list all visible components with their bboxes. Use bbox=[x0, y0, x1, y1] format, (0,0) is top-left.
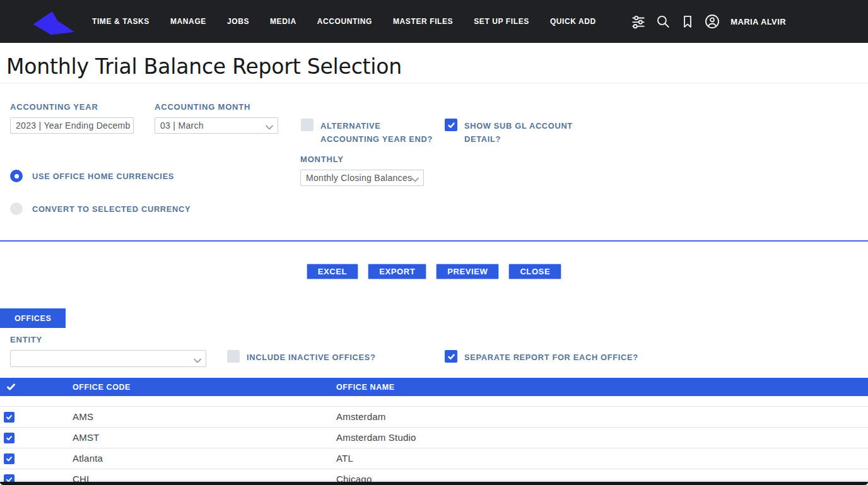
office-code-cell: Atlanta bbox=[73, 453, 103, 464]
sliders-icon[interactable] bbox=[631, 14, 646, 29]
separate-report-label[interactable]: SEPARATE REPORT FOR EACH OFFICE? bbox=[464, 350, 638, 364]
search-icon[interactable] bbox=[655, 14, 671, 29]
table-row[interactable]: CHI Chicago bbox=[0, 469, 868, 485]
convert-to-selected-currency-radio[interactable] bbox=[10, 202, 23, 215]
office-name-cell: Amsterdam bbox=[336, 411, 386, 422]
nav-item-time-tasks[interactable]: TIME & TASKS bbox=[92, 17, 150, 26]
nav-item-quick-add[interactable]: QUICK ADD bbox=[550, 17, 596, 26]
user-icon[interactable] bbox=[705, 14, 720, 29]
row-checkbox[interactable] bbox=[4, 474, 15, 485]
column-header-office-code[interactable]: OFFICE CODE bbox=[73, 383, 131, 392]
include-inactive-option: INCLUDE INACTIVE OFFICES? bbox=[227, 350, 375, 364]
page-title: Monthly Trial Balance Report Selection bbox=[6, 54, 402, 79]
row-checkbox[interactable] bbox=[4, 453, 15, 464]
table-row[interactable]: AMST Amsterdam Studio bbox=[0, 428, 868, 448]
excel-button[interactable]: EXCEL bbox=[307, 264, 358, 279]
nav-actions: MARIA ALVIR bbox=[631, 14, 786, 29]
monthly-label: MONTHLY bbox=[300, 155, 424, 164]
bookmark-icon[interactable] bbox=[680, 14, 695, 29]
monthly-field: MONTHLY Monthly Closing Balances bbox=[300, 155, 424, 186]
chevron-down-icon bbox=[411, 175, 419, 181]
accounting-year-value: 2023 | Year Ending Decemb bbox=[16, 120, 131, 131]
table-row[interactable]: AMS Amsterdam bbox=[0, 407, 868, 428]
select-all-checkbox[interactable] bbox=[6, 382, 16, 392]
include-inactive-checkbox[interactable] bbox=[227, 350, 240, 363]
separate-report-option: SEPARATE REPORT FOR EACH OFFICE? bbox=[445, 350, 638, 364]
office-name-cell: ATL bbox=[336, 453, 353, 464]
entity-select[interactable] bbox=[10, 350, 206, 367]
accounting-year-select[interactable]: 2023 | Year Ending Decemb bbox=[10, 117, 134, 134]
row-checkbox[interactable] bbox=[4, 412, 15, 423]
alternative-year-end-checkbox[interactable] bbox=[301, 119, 314, 131]
show-sub-gl-label[interactable]: SHOW SUB GL ACCOUNT DETAIL? bbox=[464, 119, 584, 146]
currency-radio-group: USE OFFICE HOME CURRENCIES CONVERT TO SE… bbox=[10, 169, 191, 216]
column-header-office-name[interactable]: OFFICE NAME bbox=[336, 383, 395, 392]
show-sub-gl-checkbox[interactable] bbox=[445, 119, 457, 131]
show-sub-gl-option: SHOW SUB GL ACCOUNT DETAIL? bbox=[445, 119, 584, 146]
office-name-cell: Chicago bbox=[336, 474, 372, 484]
alternative-year-end-label[interactable]: ALTERNATIVE ACCOUNTING YEAR END? bbox=[320, 119, 434, 146]
accounting-year-field: ACCOUNTING YEAR 2023 | Year Ending Decem… bbox=[10, 102, 134, 134]
convert-to-selected-currency-label: CONVERT TO SELECTED CURRENCY bbox=[32, 202, 191, 216]
tab-offices[interactable]: OFFICES bbox=[0, 308, 66, 328]
use-office-home-currencies-label: USE OFFICE HOME CURRENCIES bbox=[32, 169, 174, 183]
include-inactive-label[interactable]: INCLUDE INACTIVE OFFICES? bbox=[247, 350, 375, 364]
chevron-down-icon bbox=[194, 356, 201, 362]
nav-menu: TIME & TASKS MANAGE JOBS MEDIA ACCOUNTIN… bbox=[92, 17, 596, 26]
export-button[interactable]: EXPORT bbox=[368, 264, 426, 279]
section-divider bbox=[0, 240, 868, 242]
nav-item-accounting[interactable]: ACCOUNTING bbox=[317, 17, 372, 26]
accounting-month-value: 03 | March bbox=[160, 120, 204, 131]
accounting-year-label: ACCOUNTING YEAR bbox=[10, 102, 134, 112]
office-name-cell: Amsterdam Studio bbox=[336, 432, 416, 443]
entity-field: ENTITY bbox=[10, 335, 206, 367]
preview-button[interactable]: PREVIEW bbox=[436, 264, 499, 279]
entity-label: ENTITY bbox=[10, 335, 206, 344]
accounting-month-select[interactable]: 03 | March bbox=[155, 117, 278, 134]
table-row[interactable]: Atlanta ATL bbox=[0, 448, 868, 469]
title-divider bbox=[0, 83, 868, 83]
alternative-year-end-option: ALTERNATIVE ACCOUNTING YEAR END? bbox=[301, 119, 434, 146]
offices-table-body: AMS Amsterdam AMST Amsterdam Studio Atla… bbox=[0, 406, 868, 485]
action-button-row: EXCEL EXPORT PREVIEW CLOSE bbox=[0, 264, 868, 279]
nav-item-manage[interactable]: MANAGE bbox=[170, 17, 206, 26]
top-navbar: TIME & TASKS MANAGE JOBS MEDIA ACCOUNTIN… bbox=[0, 0, 868, 43]
row-checkbox[interactable] bbox=[4, 433, 15, 443]
office-code-cell: AMST bbox=[73, 432, 99, 443]
chevron-down-icon bbox=[266, 122, 273, 129]
nav-item-media[interactable]: MEDIA bbox=[270, 17, 296, 26]
accounting-month-field: ACCOUNTING MONTH 03 | March bbox=[155, 102, 278, 134]
monthly-select[interactable]: Monthly Closing Balances bbox=[300, 170, 424, 186]
office-code-cell: AMS bbox=[73, 411, 93, 422]
convert-to-selected-currency-option[interactable]: CONVERT TO SELECTED CURRENCY bbox=[10, 202, 191, 216]
office-code-cell: CHI bbox=[73, 474, 89, 484]
nav-item-master-files[interactable]: MASTER FILES bbox=[393, 17, 453, 26]
accounting-month-label: ACCOUNTING MONTH bbox=[155, 102, 278, 112]
separate-report-checkbox[interactable] bbox=[445, 350, 457, 363]
monthly-value: Monthly Closing Balances bbox=[306, 173, 412, 183]
use-office-home-currencies-option[interactable]: USE OFFICE HOME CURRENCIES bbox=[10, 169, 191, 183]
offices-table-header: OFFICE CODE OFFICE NAME bbox=[0, 378, 868, 396]
app-logo-icon[interactable] bbox=[25, 7, 76, 36]
nav-item-jobs[interactable]: JOBS bbox=[227, 17, 249, 26]
use-office-home-currencies-radio[interactable] bbox=[10, 170, 23, 182]
nav-item-set-up-files[interactable]: SET UP FILES bbox=[474, 17, 529, 26]
close-button[interactable]: CLOSE bbox=[508, 264, 561, 279]
user-name[interactable]: MARIA ALVIR bbox=[730, 17, 786, 26]
app-window: TIME & TASKS MANAGE JOBS MEDIA ACCOUNTIN… bbox=[0, 0, 868, 485]
